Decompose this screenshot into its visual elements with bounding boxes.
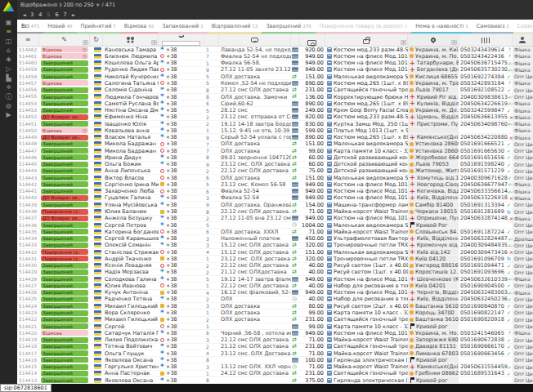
table-row[interactable]: 514442ЗавершенийСергіенко Ірина Ми...+38…: [17, 181, 533, 188]
tab-Відправлений[interactable]: Відправлений12: [208, 20, 262, 33]
table-row[interactable]: 514451ЗавершенийІващенко Юлія*+38219.12 …: [17, 121, 533, 127]
app-logo-icon[interactable]: [3, 2, 15, 11]
filter-dropdown[interactable]: ▾: [401, 40, 406, 45]
calls-column[interactable]: [204, 34, 219, 46]
tab-Самовивіз[interactable]: Самовивіз2: [473, 20, 513, 33]
tab-Прийнятий[interactable]: Прийнятий7: [77, 20, 120, 33]
table-row[interactable]: 514457ВідмоваСалегина Татьяна С...+385Ке…: [17, 80, 533, 87]
table-row[interactable]: 514428ЗавершенийСолодкова Галина В...*+3…: [17, 276, 533, 283]
delivery-column[interactable]: ▾: [408, 34, 459, 46]
info-icon[interactable]: ⓘ: [6, 91, 12, 100]
source-column[interactable]: [513, 34, 533, 46]
table-row[interactable]: 514426ЗавершенийКучук Антоніна+38416.12 …: [17, 290, 533, 296]
table-row[interactable]: 514419ЗавершенийЛилия Подолинская+38322.…: [17, 336, 533, 343]
table-row[interactable]: 514436ЗавершенийСергей Петров*+385◷1004.…: [17, 222, 533, 229]
table-row[interactable]: 514456ЗавершенийСоломія Сідоніна*+38827.…: [17, 87, 533, 94]
table-row[interactable]: 514448ЗавершенийМикола Бадражан+387ОЛХ д…: [17, 141, 533, 148]
table-row[interactable]: 514439ЗавершенийУляна Мусійовська*+389ОЛ…: [17, 202, 533, 208]
table-row[interactable]: 514458ЗавершенийНиколай Кучеренко*+385ОЛ…: [17, 74, 533, 80]
table-row[interactable]: 514421ЗавершенийСергей+38199.00Карта пам…: [17, 323, 533, 330]
table-row[interactable]: 514446ЗавершенийИрина Дидух*+38809.01 зв…: [17, 154, 533, 161]
last-page-button[interactable]: ▸▸: [72, 12, 74, 17]
table-row[interactable]: 514415ЗавершенийГоргулько Христина...*+3…: [17, 363, 533, 370]
phone-filter-input[interactable]: [162, 41, 200, 46]
tab-Сервіси[interactable]: Сервіси0: [513, 20, 533, 33]
table-row[interactable]: 514417ЗавершенийОльга Глущук*+38423.12 с…: [17, 350, 533, 357]
reports-icon[interactable]: ▙: [6, 74, 12, 82]
table-row[interactable]: 514431Повернення (з..Андрій Ткаченко+381…: [17, 256, 533, 262]
page-button[interactable]: 6: [55, 11, 58, 18]
table-row[interactable]: 514434ЗавершенийСергей Карамышев*+383Нал…: [17, 235, 533, 242]
table-row[interactable]: 514443ЗавершенийВіктор Власов+386ОЛХ дос…: [17, 175, 533, 181]
page-button[interactable]: 4: [38, 11, 42, 18]
settings-icon[interactable]: ≑: [6, 82, 12, 91]
tab-Нема в наявності[interactable]: Нема в наявності1: [411, 20, 473, 33]
comment-column[interactable]: [219, 34, 291, 46]
tab-Запакований[interactable]: Запакований1: [158, 20, 207, 33]
table-row[interactable]: 514445ЗавершенийОльга Божик*+38923.12 см…: [17, 162, 533, 168]
table-row[interactable]: 514423ЗавершенийВера Скляренко*+381ОЛХ д…: [17, 310, 533, 316]
filter-dropdown[interactable]: ▾: [451, 40, 457, 45]
client-column[interactable]: ▾: [103, 34, 159, 46]
table-row[interactable]: 514459ЗавершенийРуденко Лидия Пав...+389…: [17, 67, 533, 74]
table-row[interactable]: 514422ЗавершенийМихаил Гилецький+382ОЛХ …: [17, 317, 533, 323]
table-row[interactable]: 514450Відмова◷Ковальова анна*+38115.12. …: [17, 127, 533, 134]
table-row[interactable]: 514447ЗавершенийМикола Бадражан+387ОЛХ д…: [17, 148, 533, 154]
table-row[interactable]: 514449ДО Возврат ок..Власюк Наталья*+389…: [17, 134, 533, 140]
table-row[interactable]: 514444ЗавершенийАнна Липенська+38222.12 …: [17, 168, 533, 175]
campaigns-icon[interactable]: ▷: [6, 64, 12, 73]
filter-dropdown[interactable]: ▾: [151, 40, 157, 45]
status-column[interactable]: ✎▾: [39, 34, 90, 46]
price-column[interactable]: [300, 34, 325, 46]
warehouse-icon[interactable]: ⌂: [6, 46, 12, 55]
clients-icon[interactable]: ◫: [6, 37, 12, 46]
product-column[interactable]: ▾: [325, 34, 408, 46]
table-row[interactable]: 514438Повернення (з..Юлия Баланюк+38822.…: [17, 208, 533, 215]
table-row[interactable]: 514420ВідмоваСитарчук Наталія Гр...*+386…: [17, 330, 533, 336]
table-row[interactable]: 514462Відмова◷Каневська Тамара ...*+381Л…: [17, 47, 533, 53]
table-row[interactable]: 514433ЗавершенийОлексій Семанін*+38315.1…: [17, 243, 533, 249]
payment-column[interactable]: [291, 34, 300, 46]
chevron-down-icon[interactable]: ▼: [96, 2, 100, 7]
phone-column[interactable]: [159, 34, 204, 46]
offers-icon[interactable]: ◈: [6, 55, 12, 64]
table-row[interactable]: 514424ЗавершенийМихаил Гилецький+383ОЛХ …: [17, 303, 533, 310]
table-row[interactable]: 514435ЗавершенийКатерина Богданова+386ОЛ…: [17, 229, 533, 235]
table-row[interactable]: 514440ДО Возврат ок..Гуцалюк Галина*+383…: [17, 195, 533, 202]
table-row[interactable]: 514452ДО Возврат ок..Єфименко Ніна*+3822…: [17, 114, 533, 121]
table-row[interactable]: 514413ЗавершенийЯковлева Оксана*+388⇄375…: [17, 377, 533, 384]
tab-Повернення товару (в дорозі)[interactable]: Повернення товару (в дорозі)0: [316, 20, 411, 33]
table-row[interactable]: 514416ЗавершенийЯковлева Оксана*+388100.…: [17, 357, 533, 363]
table-row[interactable]: 514461Відмова◷Близнюк Людмила ...+387Фиа…: [17, 53, 533, 60]
table-row[interactable]: 514460ЗавершенийКошелева Ольга Ар...*+38…: [17, 60, 533, 67]
dashboard-icon[interactable]: ▣: [6, 18, 12, 27]
table-row[interactable]: 514437ДО Возврат ок..Анжела Безушку*+382…: [17, 216, 533, 222]
sites-icon[interactable]: ◍: [6, 101, 12, 110]
table-row[interactable]: 514418ЗавершенийТетяна Войтович*+38221.1…: [17, 344, 533, 350]
table-row[interactable]: 514455ЗавершенийЛюдмила Гончарова*+388ОЛ…: [17, 94, 533, 100]
table-row[interactable]: 514427ЗавершенийЮлия Иванова+38122.12 см…: [17, 283, 533, 289]
first-page-button[interactable]: ◂◂: [23, 12, 25, 17]
table-row[interactable]: 514453ЗавершенийНікітіна Оксана Дми...*+…: [17, 107, 533, 114]
table-row[interactable]: 514430ЗавершенийКсенія Левадняя+38222.12…: [17, 263, 533, 270]
table-row[interactable]: 514429ЗавершенийНадія Мерзаєва*+38221.12…: [17, 270, 533, 276]
table-row[interactable]: 514454ЗавершенийСамотій Руслана Во...*+3…: [17, 100, 533, 107]
filter-dropdown[interactable]: ▾: [83, 40, 88, 45]
country-column[interactable]: ↻: [90, 34, 103, 46]
orders-icon[interactable]: ≡: [6, 27, 12, 36]
tab-Новий[interactable]: Новий48: [43, 20, 76, 33]
video-icon[interactable]: ▶: [6, 110, 12, 119]
page-button[interactable]: 7: [64, 11, 67, 18]
page-button[interactable]: 3: [30, 11, 34, 18]
tab-Завершений[interactable]: Завершений278: [262, 20, 315, 33]
calls-count: 7: [204, 148, 219, 154]
page-button[interactable]: 5: [47, 11, 50, 18]
table-row[interactable]: 514425ЗавершенийРадченко Тетяна*+382ОЛХ◷…: [17, 296, 533, 303]
table-row[interactable]: 514414ЗавершенийАнна Пастернак+38124.12 …: [17, 371, 533, 377]
table-row[interactable]: 514441ЗавершенийЗахарченко Люба+386Фиалк…: [17, 189, 533, 195]
tab-Всі[interactable]: Всі471: [17, 20, 43, 33]
table-row[interactable]: 514432Повернення (з..Станіслав Стрижак+3…: [17, 249, 533, 256]
id-column[interactable]: ≡: [17, 34, 39, 46]
ttn-column[interactable]: [459, 34, 513, 46]
tab-Відмова[interactable]: Відмова42: [120, 20, 158, 33]
